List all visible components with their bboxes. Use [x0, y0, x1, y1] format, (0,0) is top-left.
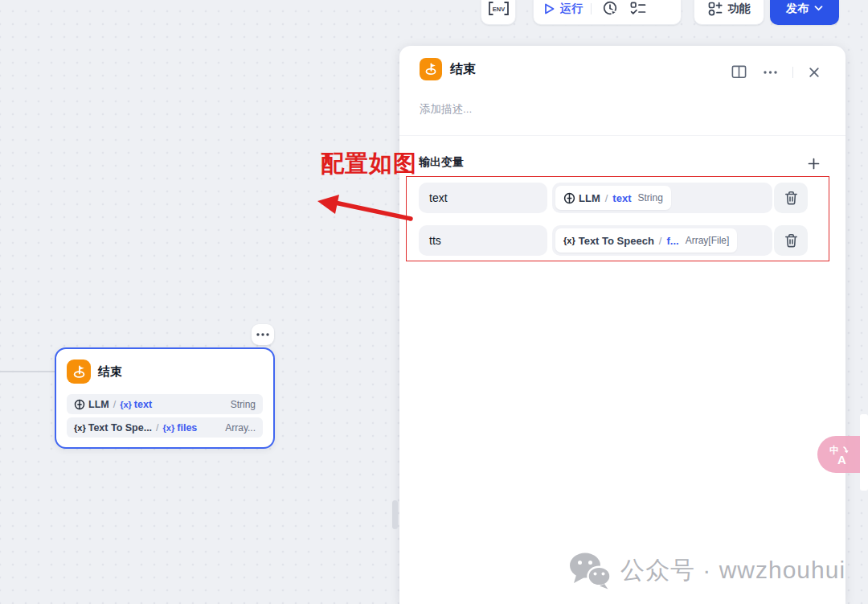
annotation-arrow	[315, 193, 415, 224]
plus-icon	[808, 158, 820, 170]
variable-name-input[interactable]: text	[419, 183, 547, 213]
trash-icon	[784, 191, 798, 205]
features-button[interactable]: 功能	[694, 0, 764, 25]
docs-button[interactable]	[730, 64, 748, 80]
watermark: 公众号 · wwzhouhui	[569, 552, 845, 590]
source-node-name: Text To Speech	[579, 235, 654, 247]
flag-icon	[424, 62, 438, 76]
node-variable-row: LLM / {x} text String	[67, 394, 263, 414]
features-icon	[708, 2, 723, 16]
end-node-card[interactable]: 结束 LLM / {x} text String {x} Text To Spe…	[55, 347, 275, 449]
more-dots-icon	[256, 333, 269, 336]
connection-edge	[0, 371, 56, 372]
variable-value-selector[interactable]: {x} Text To Speech / f... Array[File]	[552, 225, 772, 256]
path-separator: /	[156, 422, 158, 433]
braces-icon: {x}	[120, 400, 132, 409]
source-node-name: LLM	[579, 192, 600, 204]
publish-button[interactable]: 发布	[770, 0, 839, 25]
workflow-editor: ENV 运行	[0, 0, 868, 604]
chevron-down-icon	[814, 6, 823, 11]
run-toolbar-group: 运行	[533, 0, 682, 25]
node-more-button[interactable]	[252, 324, 274, 345]
variable-type: String	[231, 399, 256, 410]
variable-value-selector[interactable]: LLM / text String	[552, 183, 772, 213]
env-button[interactable]: ENV	[481, 0, 516, 25]
path-separator: /	[659, 235, 662, 247]
variable-name: files	[177, 422, 197, 433]
node-config-panel: 结束 添加描述... 输出变量	[399, 46, 845, 604]
clock-history-icon	[601, 0, 619, 17]
panel-title: 结束	[450, 61, 476, 78]
panel-more-button[interactable]	[762, 69, 779, 76]
variable-reference-pill: {x} Text To Speech / f... Array[File]	[555, 228, 737, 253]
end-node-variable-list: LLM / {x} text String {x} Text To Spe...…	[67, 394, 263, 438]
output-variable-row: tts {x} Text To Speech / f... Array[File…	[419, 225, 772, 256]
annotation-label: 配置如图	[321, 148, 417, 180]
publish-label: 发布	[786, 2, 809, 16]
braces-icon: {x}	[563, 236, 575, 245]
delete-variable-button[interactable]	[774, 225, 808, 256]
delete-variable-button[interactable]	[774, 183, 808, 213]
svg-text:ENV: ENV	[492, 6, 504, 13]
watermark-text: 公众号 · wwzhouhui	[620, 554, 845, 587]
svg-text:A: A	[837, 453, 846, 466]
braces-icon: {x}	[74, 423, 86, 433]
end-node-title: 结束	[98, 364, 122, 380]
history-button[interactable]	[600, 0, 620, 18]
checklist-icon	[630, 2, 646, 16]
flag-icon	[72, 364, 87, 380]
output-variable-row: text LLM / text String	[419, 183, 772, 213]
toolbar-divider	[591, 3, 592, 14]
end-node-header: 结束	[67, 360, 263, 384]
variable-type: Array...	[225, 422, 256, 433]
source-node-name: LLM	[88, 399, 109, 410]
run-button[interactable]: 运行	[543, 2, 583, 16]
more-dots-icon	[764, 71, 777, 74]
panel-resize-handle[interactable]	[392, 500, 398, 529]
variable-reference: {x} text	[120, 399, 152, 410]
model-icon	[563, 192, 575, 204]
variable-name-input[interactable]: tts	[419, 225, 547, 256]
close-panel-button[interactable]	[807, 65, 821, 80]
scrollbar[interactable]	[860, 414, 868, 491]
book-icon	[731, 65, 747, 79]
path-separator: /	[113, 399, 116, 410]
node-variable-row: {x} Text To Spe... / {x} files Array...	[67, 417, 263, 438]
panel-actions	[730, 64, 821, 80]
wechat-icon	[569, 552, 611, 590]
variable-reference-pill: LLM / text String	[555, 186, 671, 210]
translate-float-button[interactable]: 中 A	[817, 436, 862, 473]
braces-icon: {x}	[163, 423, 175, 433]
variable-reference: {x} files	[163, 422, 198, 433]
source-node-name: Text To Spe...	[88, 422, 152, 433]
env-icon: ENV	[488, 1, 510, 16]
end-node-icon	[420, 58, 442, 80]
variable-name: text	[134, 399, 152, 410]
output-variables-title: 输出变量	[419, 155, 464, 170]
variable-name: f...	[666, 235, 678, 247]
panel-divider	[399, 135, 845, 136]
translate-icon: 中 A	[827, 443, 850, 466]
panel-actions-divider	[792, 67, 793, 78]
end-node-icon	[67, 360, 91, 384]
run-label: 运行	[560, 2, 583, 16]
path-separator: /	[605, 192, 608, 204]
checklist-button[interactable]	[628, 0, 648, 18]
description-field[interactable]: 添加描述...	[420, 102, 472, 117]
add-variable-button[interactable]	[806, 156, 821, 171]
play-icon	[543, 2, 555, 15]
panel-header: 结束	[420, 58, 476, 80]
trash-icon	[784, 233, 798, 248]
close-icon	[809, 67, 820, 78]
variable-name: text	[612, 192, 631, 204]
features-label: 功能	[728, 2, 751, 16]
model-icon	[74, 399, 85, 410]
variable-type: Array[File]	[686, 235, 730, 246]
variable-type: String	[637, 192, 662, 203]
